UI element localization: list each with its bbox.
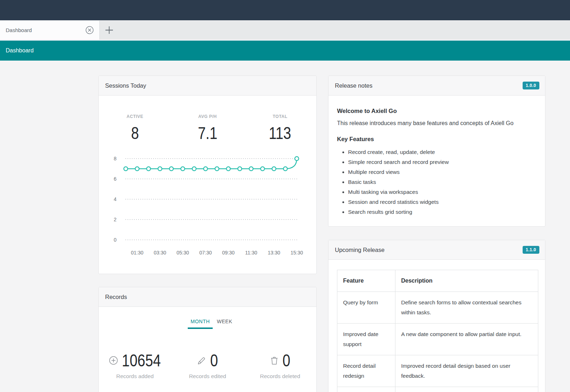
key-features-list: Record create, read, update, deleteSimpl… [337, 149, 537, 215]
key-feature-item: Simple record search and record preview [348, 159, 537, 165]
stat-avg-label: AVG P/H [171, 114, 244, 119]
upcoming-version-badge: 1.1.0 [523, 246, 539, 254]
records-added-stat: 10654 Records added [99, 351, 171, 380]
stat-total-value: 113 [250, 123, 310, 143]
tab-week[interactable]: WEEK [214, 319, 235, 329]
table-cell: Improved record detail design based on u… [395, 355, 538, 387]
table-header-feature: Feature [337, 270, 395, 292]
records-stats: 10654 Records added 0 [99, 351, 316, 392]
records-added-label: Records added [116, 373, 154, 380]
new-tab-button[interactable] [100, 21, 118, 40]
table-cell: Query by form [337, 292, 395, 324]
sessions-line-chart: 0246801:3003:3005:3007:3009:3011:3013:30… [99, 153, 312, 260]
svg-text:11:30: 11:30 [245, 250, 257, 256]
stat-active-value: 8 [105, 123, 165, 143]
table-cell: Multi record edit [337, 387, 395, 392]
svg-text:03:30: 03:30 [154, 250, 166, 256]
welcome-heading: Welcome to Axiell Go [337, 108, 537, 114]
sessions-today-card: Sessions Today ACTIVE 8 AVG P/H 7.1 TOTA… [98, 76, 317, 274]
pencil-icon [197, 356, 206, 365]
svg-text:8: 8 [114, 156, 116, 161]
records-deleted-label: Records deleted [260, 373, 300, 380]
records-deleted-stat: 0 Records deleted [244, 351, 316, 380]
records-card-title: Records [105, 294, 127, 300]
key-feature-item: Multi tasking via workspaces [348, 189, 537, 195]
table-row: Record detail redesignImproved record de… [337, 355, 538, 387]
records-edited-label: Records edited [189, 373, 226, 380]
table-row: Improved date supportA new date componen… [337, 324, 538, 355]
version-badge: 1.0.0 [523, 82, 539, 89]
upcoming-release-card: Upcoming Release 1.1.0 FeatureDescriptio… [328, 240, 545, 392]
key-feature-item: Record create, read, update, delete [348, 149, 537, 155]
svg-text:07:30: 07:30 [199, 250, 212, 256]
release-intro: This release introduces many base featur… [337, 120, 537, 127]
key-feature-item: Multiple record views [348, 169, 537, 175]
upcoming-release-header: Upcoming Release 1.1.0 [328, 240, 545, 260]
svg-text:05:30: 05:30 [176, 250, 189, 256]
key-feature-item: Session and record statistics widgets [348, 199, 537, 205]
stat-total: TOTAL 113 [244, 114, 316, 143]
table-row: Multi record editThe ability to edit mul… [337, 387, 538, 392]
table-row: Query by formDefine search forms to allo… [337, 292, 538, 324]
tab-bar: Dashboard [0, 20, 570, 41]
records-period-tabs: MONTH WEEK [107, 319, 316, 329]
records-edited-value: 0 [210, 351, 218, 370]
page-title: Dashboard [6, 47, 33, 54]
release-notes-card: Release notes 1.0.0 Welcome to Axiell Go… [328, 76, 545, 227]
records-card-header: Records [99, 287, 316, 307]
stat-total-label: TOTAL [244, 114, 316, 119]
tab-dashboard[interactable]: Dashboard [0, 21, 100, 40]
stat-active: ACTIVE 8 [99, 114, 171, 143]
sessions-card-header: Sessions Today [99, 76, 316, 96]
table-cell: The ability to edit multiple records at … [395, 387, 538, 392]
svg-text:09:30: 09:30 [222, 250, 234, 256]
svg-text:13:30: 13:30 [268, 250, 280, 256]
key-features-heading: Key Features [337, 136, 537, 143]
records-card: Records MONTH WEEK [98, 287, 317, 392]
records-edited-stat: 0 Records edited [171, 351, 244, 380]
table-cell: Record detail redesign [337, 355, 395, 387]
stat-active-label: ACTIVE [99, 114, 171, 119]
table-cell: Define search forms to allow contextual … [395, 292, 538, 324]
top-navigation-bar [0, 0, 570, 20]
svg-text:4: 4 [114, 196, 116, 202]
tab-month[interactable]: MONTH [188, 319, 213, 329]
trash-icon [270, 356, 279, 365]
close-tab-icon[interactable] [86, 26, 94, 34]
svg-text:15:30: 15:30 [290, 250, 303, 256]
svg-text:0: 0 [114, 237, 116, 243]
table-header-description: Description [395, 270, 538, 292]
records-deleted-value: 0 [283, 351, 290, 370]
circle-plus-icon [109, 356, 118, 365]
table-cell: A new date component to allow partial da… [395, 324, 538, 355]
records-added-value: 10654 [122, 351, 161, 370]
stat-avg-value: 7.1 [178, 123, 237, 143]
release-notes-title: Release notes [335, 82, 373, 89]
page-header-bar: Dashboard [0, 41, 570, 61]
dashboard-content: Sessions Today ACTIVE 8 AVG P/H 7.1 TOTA… [0, 61, 570, 392]
svg-text:01:30: 01:30 [131, 250, 143, 256]
svg-text:2: 2 [114, 217, 116, 222]
upcoming-features-table: FeatureDescription Query by formDefine s… [337, 270, 538, 392]
table-cell: Improved date support [337, 324, 395, 355]
key-feature-item: Search results grid sorting [348, 209, 537, 215]
sessions-card-title: Sessions Today [105, 82, 146, 89]
release-notes-header: Release notes 1.0.0 [328, 76, 545, 96]
key-feature-item: Basic tasks [348, 179, 537, 185]
session-stats: ACTIVE 8 AVG P/H 7.1 TOTAL 113 [99, 114, 316, 143]
tab-label: Dashboard [6, 27, 32, 33]
svg-text:6: 6 [114, 176, 116, 182]
stat-avg: AVG P/H 7.1 [171, 114, 244, 143]
upcoming-release-title: Upcoming Release [335, 247, 384, 253]
